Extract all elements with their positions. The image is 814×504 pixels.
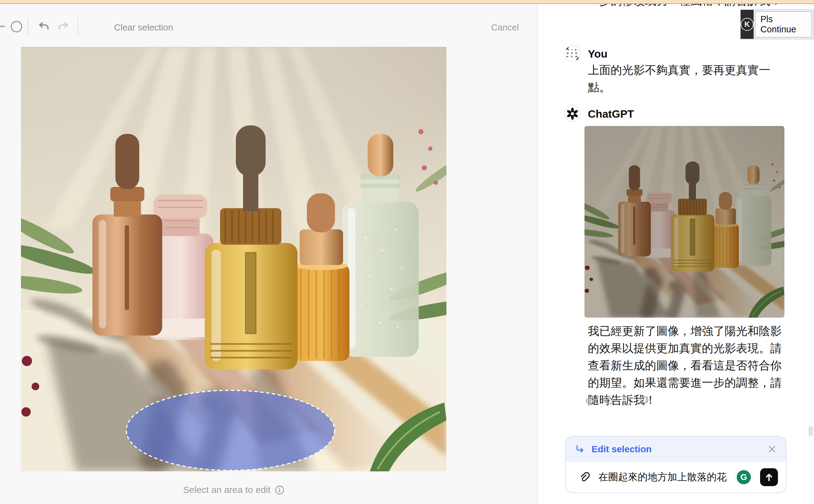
edit-selection-title: Edit selection: [592, 444, 767, 454]
close-edit-selection-button[interactable]: [767, 444, 777, 454]
regenerate-icon: [621, 396, 633, 407]
brush-minus-icon[interactable]: [0, 26, 5, 27]
selection-overlay[interactable]: [21, 47, 446, 471]
paperclip-icon: [579, 472, 590, 483]
message-actions: [585, 395, 651, 407]
extension-shortcut-badge[interactable]: K Pls Continue: [740, 9, 814, 39]
speaker-icon: [585, 396, 596, 407]
top-banner: [0, 0, 814, 4]
edit-prompt-input[interactable]: 在圈起來的地方加上散落的花瓣: [598, 470, 727, 484]
canvas-caption: Select an area to edit: [183, 485, 271, 495]
clear-selection-button[interactable]: Clear selection: [114, 22, 173, 33]
edit-selection-header: Edit selection: [566, 437, 786, 462]
redo-button[interactable]: [57, 21, 70, 33]
user-name: You: [588, 48, 608, 60]
edit-canvas[interactable]: [21, 47, 446, 471]
user-avatar: X I A B E N H O W: [564, 45, 581, 62]
openai-logo-icon: [566, 108, 579, 120]
toolbar-divider: [78, 18, 78, 35]
copy-icon: [603, 396, 614, 407]
regenerate-button[interactable]: [621, 395, 633, 407]
app-root: Clear selection Cancel Select an area to…: [0, 0, 814, 504]
thumbnail-shade: [584, 126, 784, 318]
send-button[interactable]: [760, 468, 778, 486]
chat-scrollbar-thumb[interactable]: [808, 426, 813, 437]
info-icon[interactable]: [275, 485, 284, 495]
user-avatar-monogram: X I A B E N H O W: [566, 47, 579, 60]
selection-brush-icon[interactable]: [11, 21, 22, 32]
send-arrow-icon: [764, 472, 774, 482]
cancel-button[interactable]: Cancel: [491, 22, 519, 33]
undo-icon: [38, 21, 50, 33]
thumbs-down-icon: [640, 396, 651, 407]
chatgpt-name: ChatGPT: [588, 108, 634, 120]
attach-file-button[interactable]: [578, 471, 590, 483]
close-icon: [767, 445, 777, 454]
branch-arrow-icon: [575, 444, 585, 454]
edit-selection-box: Edit selection 在圈起來的地方加上散落的花瓣 G: [565, 436, 787, 493]
bad-response-button[interactable]: [639, 395, 651, 407]
canvas-caption-row: Select an area to edit: [21, 485, 446, 495]
extension-key-icon: K: [741, 10, 754, 39]
edit-selection-input-row: 在圈起來的地方加上散落的花瓣 G: [566, 462, 786, 493]
extension-label: Pls Continue: [755, 11, 812, 38]
copy-button[interactable]: [603, 395, 615, 407]
grammarly-icon[interactable]: G: [735, 469, 752, 486]
chatgpt-avatar: [564, 105, 581, 122]
generated-image-thumbnail[interactable]: [584, 126, 784, 318]
image-editor-panel: Clear selection Cancel Select an area to…: [0, 4, 537, 504]
toolbar-divider: [28, 18, 28, 35]
selection-ellipse: [126, 390, 335, 470]
read-aloud-button[interactable]: [585, 395, 596, 407]
user-message: 上面的光影不夠真實，要再更真實一點。: [588, 62, 788, 96]
redo-icon: [58, 21, 69, 33]
undo-button[interactable]: [38, 21, 50, 33]
